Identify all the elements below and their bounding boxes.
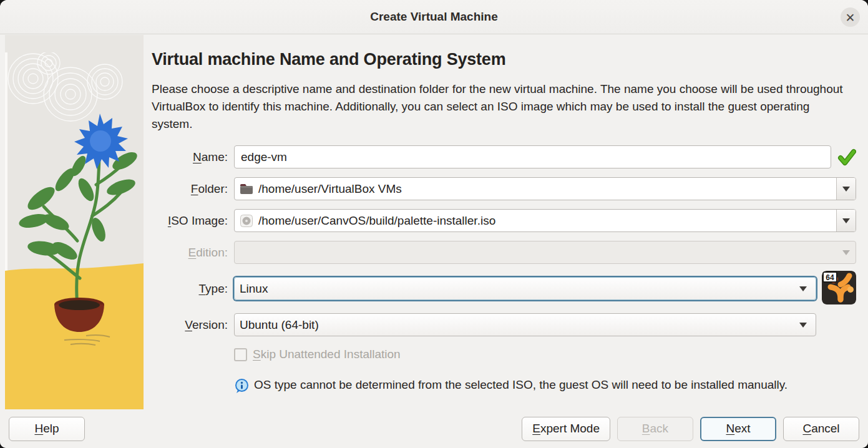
folder-value: /home/user/VirtualBox VMs bbox=[258, 182, 402, 196]
close-button[interactable]: ✕ bbox=[841, 7, 860, 27]
iso-row: ISO Image: /home/user/CanvOS/build/palet… bbox=[152, 209, 856, 232]
edition-combo bbox=[234, 241, 856, 264]
valid-check-icon bbox=[837, 148, 856, 167]
version-combo[interactable]: Ubuntu (64-bit) bbox=[234, 313, 816, 336]
type-label: Type: bbox=[152, 282, 228, 296]
name-label: Name: bbox=[152, 150, 228, 164]
os-64-badge: 64 bbox=[823, 272, 837, 282]
sidebar-illustration bbox=[0, 35, 144, 409]
type-row: Type: Linux bbox=[152, 273, 856, 304]
iso-combo[interactable]: /home/user/CanvOS/build/palette-installe… bbox=[234, 209, 856, 232]
notice-text: OS type cannot be determined from the se… bbox=[254, 376, 788, 394]
iso-label: ISO Image: bbox=[152, 214, 228, 228]
folder-dropdown-arrow bbox=[836, 178, 856, 200]
page-title: Virtual machine Name and Operating Syste… bbox=[152, 50, 856, 69]
page-description: Please choose a descriptive name and des… bbox=[152, 80, 851, 133]
type-value: Linux bbox=[240, 282, 268, 296]
cancel-button[interactable]: Cancel bbox=[783, 417, 859, 441]
skip-unattended-row: Skip Unattended Installation bbox=[234, 348, 856, 361]
edition-label: Edition: bbox=[152, 246, 228, 260]
version-value: Ubuntu (64-bit) bbox=[240, 318, 319, 332]
back-button: Back bbox=[617, 417, 693, 441]
disc-icon bbox=[240, 215, 253, 227]
titlebar: Create Virtual Machine ✕ bbox=[0, 0, 868, 34]
type-dropdown-arrow bbox=[799, 286, 807, 291]
info-icon bbox=[234, 378, 250, 394]
skip-unattended-checkbox bbox=[234, 348, 247, 361]
version-row: Version: Ubuntu (64-bit) bbox=[152, 313, 856, 336]
folder-label: Folder: bbox=[152, 182, 228, 196]
help-button[interactable]: Help bbox=[9, 417, 85, 441]
folder-icon bbox=[240, 183, 253, 195]
name-input[interactable] bbox=[234, 145, 831, 168]
version-label: Version: bbox=[152, 318, 228, 332]
iso-dropdown-arrow bbox=[836, 210, 856, 231]
os-notice: OS type cannot be determined from the se… bbox=[234, 376, 827, 394]
iso-value: /home/user/CanvOS/build/palette-installe… bbox=[258, 214, 495, 228]
folder-combo[interactable]: /home/user/VirtualBox VMs bbox=[234, 177, 856, 200]
type-combo[interactable]: Linux bbox=[234, 277, 816, 300]
name-row: Name: bbox=[152, 145, 856, 168]
edition-row: Edition: bbox=[152, 241, 856, 264]
version-dropdown-arrow bbox=[799, 323, 807, 328]
close-icon: ✕ bbox=[846, 11, 856, 24]
edition-dropdown-arrow bbox=[836, 241, 856, 263]
window-title: Create Virtual Machine bbox=[370, 10, 498, 24]
folder-row: Folder: /home/user/VirtualBox VMs bbox=[152, 177, 856, 200]
skip-unattended-label: Skip Unattended Installation bbox=[253, 348, 401, 361]
next-button[interactable]: Next bbox=[700, 417, 776, 441]
svg-text:64: 64 bbox=[826, 273, 834, 282]
footer: Help Expert Mode Back Next Cancel bbox=[0, 409, 868, 448]
os-type-icon: 64 bbox=[822, 271, 856, 304]
expert-mode-button[interactable]: Expert Mode bbox=[522, 417, 610, 441]
plant-illustration bbox=[5, 35, 144, 409]
create-vm-dialog: Create Virtual Machine ✕ bbox=[0, 0, 868, 448]
